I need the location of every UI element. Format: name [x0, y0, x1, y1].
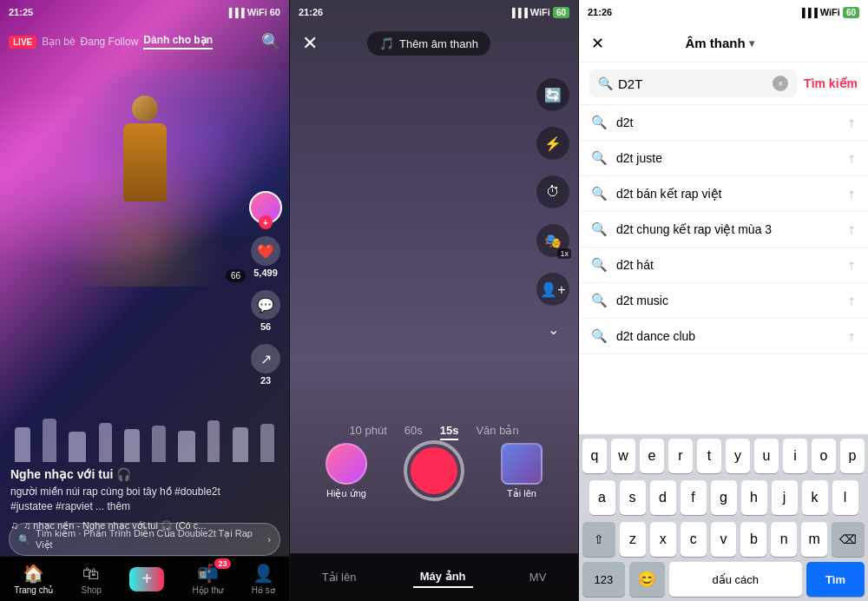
nav-inbox[interactable]: 📬 23 Hộp thư [193, 563, 224, 595]
key-a[interactable]: a [589, 480, 615, 515]
upload-thumbnail [501, 443, 542, 485]
sound-search-text[interactable]: D2T [618, 76, 767, 91]
key-z[interactable]: z [620, 522, 646, 557]
live-badge: LIVE [9, 36, 36, 49]
camera-signal-icon: ▐▐▐ [509, 8, 527, 17]
result-item-5[interactable]: 🔍 d2t music ↗ [579, 283, 868, 319]
nav-profile[interactable]: 👤 Hồ sơ [252, 563, 275, 595]
effects-speed-button[interactable]: 🎭 1x [536, 224, 569, 257]
effects-button[interactable]: Hiệu ứng [326, 443, 367, 499]
flip-camera-button[interactable]: 🔄 [536, 78, 569, 111]
mode-upload[interactable]: Tải lên [315, 567, 364, 587]
key-p[interactable]: p [840, 439, 865, 473]
key-e[interactable]: e [640, 439, 664, 473]
key-n[interactable]: n [771, 522, 797, 557]
key-search-send[interactable]: Tìm [806, 562, 865, 597]
nav-create[interactable]: + [129, 567, 164, 591]
key-h[interactable]: h [741, 480, 767, 515]
share-icon: ↗ [251, 344, 280, 373]
record-button[interactable] [404, 440, 464, 501]
close-button[interactable]: ✕ [302, 32, 318, 55]
result-search-icon-0: 🔍 [591, 115, 608, 130]
result-item-2[interactable]: 🔍 d2t bán kết rap việt ↗ [579, 176, 868, 212]
follow-plus-badge[interactable]: + [259, 215, 273, 229]
key-t[interactable]: t [697, 439, 721, 473]
key-emoji[interactable]: 😊 [629, 562, 665, 597]
key-o[interactable]: o [812, 439, 836, 473]
result-arrow-5: ↗ [843, 293, 858, 308]
key-u[interactable]: u [754, 439, 779, 473]
key-f[interactable]: f [681, 480, 707, 515]
key-q[interactable]: q [582, 439, 607, 473]
dropdown-arrow-icon[interactable]: ▾ [749, 37, 754, 50]
tab-for-you[interactable]: Dành cho bạn [143, 34, 213, 50]
key-g[interactable]: g [711, 480, 737, 515]
result-arrow-4: ↗ [843, 257, 858, 273]
camera-status-icons: ▐▐▐ WiFi 60 [509, 7, 569, 18]
key-y[interactable]: y [726, 439, 750, 473]
home-icon: 🏠 [23, 563, 44, 584]
like-button[interactable]: ❤️ 5,499 [251, 236, 280, 278]
result-arrow-2: ↗ [843, 186, 858, 201]
sound-search-submit[interactable]: Tìm kiếm [804, 76, 858, 90]
key-d[interactable]: d [650, 480, 676, 515]
key-s[interactable]: s [620, 480, 646, 515]
sound-close-button[interactable]: ✕ [591, 34, 604, 53]
timer-button[interactable]: ⏱ [536, 175, 569, 208]
comment-button[interactable]: 💬 56 [251, 290, 280, 332]
key-j[interactable]: j [772, 480, 798, 515]
key-i[interactable]: i [783, 439, 807, 473]
tab-friends[interactable]: Bạn bè [42, 36, 75, 48]
sound-search-input[interactable]: 🔍 D2T × [589, 69, 797, 97]
create-button[interactable]: + [129, 567, 164, 591]
result-arrow-3: ↗ [843, 221, 858, 237]
nav-bar: LIVE Bạn bè Đang Follow Dành cho bạn 🔍 [0, 24, 289, 59]
add-sound-button[interactable]: 🎵 Thêm âm thanh [367, 31, 490, 56]
lightning-button[interactable]: ⚡ [536, 127, 569, 160]
result-text-4: d2t hát [616, 258, 654, 272]
search-button[interactable]: 🔍 [261, 32, 280, 51]
nav-home[interactable]: 🏠 Trang chủ [14, 563, 53, 595]
result-item-7[interactable]: 🔍 d2t lyrics ↗ [579, 354, 868, 362]
result-left-2: 🔍 d2t bán kết rap việt [591, 186, 722, 201]
search-pill[interactable]: 🔍 Tìm kiếm · Phần Trình Diễn Của Double2… [9, 523, 280, 556]
duration-60s[interactable]: 60s [404, 424, 423, 440]
key-shift[interactable]: ⇧ [582, 522, 615, 557]
key-c[interactable]: c [681, 522, 707, 557]
duration-text[interactable]: Văn bản [476, 424, 518, 440]
add-person-button[interactable]: 👤+ [536, 273, 569, 306]
mode-camera[interactable]: Máy ảnh [413, 566, 473, 588]
result-item-3[interactable]: 🔍 d2t chung kết rap việt mùa 3 ↗ [579, 212, 868, 248]
key-w[interactable]: w [611, 439, 635, 473]
nav-shop[interactable]: 🛍 Shop [82, 564, 102, 595]
result-search-icon-3: 🔍 [591, 221, 608, 237]
duration-10min[interactable]: 10 phút [349, 424, 386, 440]
key-123[interactable]: 123 [582, 562, 625, 597]
result-item-6[interactable]: 🔍 d2t dance club ↗ [579, 319, 868, 354]
sound-clear-button[interactable]: × [773, 76, 788, 91]
duration-15s[interactable]: 15s [440, 424, 459, 440]
view-counter: 66 [226, 269, 246, 282]
key-space[interactable]: dấu cách [669, 562, 802, 597]
key-k[interactable]: k [802, 480, 828, 515]
key-v[interactable]: v [711, 522, 737, 557]
result-item-4[interactable]: 🔍 d2t hát ↗ [579, 248, 868, 283]
key-m[interactable]: m [801, 522, 827, 557]
mode-bar: Tải lên Máy ảnh MV [290, 553, 578, 601]
share-button[interactable]: ↗ 23 [251, 344, 280, 386]
result-item-1[interactable]: 🔍 d2t juste ↗ [579, 141, 868, 176]
key-r[interactable]: r [668, 439, 693, 473]
key-l[interactable]: l [832, 480, 858, 515]
result-search-icon-5: 🔍 [591, 293, 608, 308]
bottom-search-bar[interactable]: 🔍 Tìm kiếm · Phần Trình Diễn Của Double2… [0, 523, 289, 556]
clear-icon: × [778, 78, 783, 89]
keyboard-row-4: 123 😊 dấu cách Tìm [579, 559, 868, 601]
mode-mv[interactable]: MV [523, 567, 554, 587]
result-item-0[interactable]: 🔍 d2t ↗ [579, 105, 868, 141]
tab-following[interactable]: Đang Follow [81, 36, 139, 48]
key-x[interactable]: x [650, 522, 676, 557]
more-tools-button[interactable]: ⌄ [541, 321, 565, 337]
upload-button[interactable]: Tải lên [501, 443, 542, 499]
key-delete[interactable]: ⌫ [832, 522, 865, 557]
key-b[interactable]: b [740, 522, 766, 557]
